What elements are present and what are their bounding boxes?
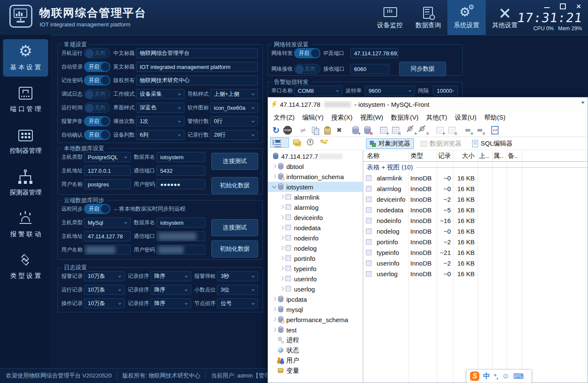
db-password-input[interactable]: ●●●●●● bbox=[156, 179, 205, 189]
sogou-logo-icon[interactable]: S bbox=[470, 372, 479, 381]
alarm-sound-toggle[interactable]: 开启 bbox=[84, 116, 110, 126]
init-data-button[interactable]: 初始化数据 bbox=[211, 177, 258, 194]
db-name-input[interactable]: iotsystem bbox=[156, 152, 205, 162]
expand-arrow-icon[interactable] bbox=[279, 286, 285, 292]
expand-arrow-icon[interactable] bbox=[271, 296, 277, 302]
runtime-toggle[interactable]: 关闭 bbox=[84, 103, 110, 113]
cloud-db-type-select[interactable]: MySql bbox=[84, 217, 131, 228]
record-sort-select[interactable]: 降序 bbox=[150, 298, 191, 309]
expand-arrow-icon[interactable] bbox=[271, 327, 277, 333]
mysql-title-bar[interactable]: 47.114.127.78 - iotsystem - MySQL-Front bbox=[268, 97, 588, 111]
add-foreignkey-icon[interactable] bbox=[463, 126, 473, 135]
tree-item[interactable]: 进程 bbox=[268, 335, 363, 345]
alarm-records-select[interactable]: 10万条 bbox=[84, 271, 125, 281]
cloud-user-input[interactable] bbox=[84, 245, 131, 255]
expand-arrow-icon[interactable] bbox=[279, 214, 285, 220]
db-port-input[interactable]: 5432 bbox=[156, 166, 205, 176]
table-row[interactable]: userlog InnoDB ~0 16 KB bbox=[363, 269, 588, 279]
column-header[interactable]: 上.. bbox=[478, 152, 492, 160]
remote-sync-toggle[interactable]: 开启 bbox=[84, 204, 110, 214]
tree-item[interactable]: nodelog bbox=[268, 243, 363, 253]
tree-item[interactable]: portinfo bbox=[268, 253, 363, 263]
tree-item[interactable]: ipcdata bbox=[268, 294, 363, 304]
tree-item[interactable]: dbtool bbox=[268, 161, 363, 171]
copy-icon[interactable] bbox=[311, 126, 320, 135]
menu-item[interactable]: 其他(T) bbox=[422, 114, 451, 122]
app-icon-select[interactable]: icon_0xe60a bbox=[210, 103, 258, 113]
delete-icon[interactable] bbox=[334, 126, 344, 135]
debug-log-toggle[interactable]: 关闭 bbox=[84, 89, 110, 99]
keyboard-icon[interactable] bbox=[513, 372, 524, 381]
table-row[interactable]: nodedata InnoDB ~5 16 KB bbox=[363, 205, 588, 215]
receive-port-input[interactable]: 6060 bbox=[350, 64, 389, 74]
chinese-title-input[interactable]: 物联网综合管理平台 bbox=[136, 48, 258, 58]
sidebar-basic-settings[interactable]: 基 本 设 置 bbox=[3, 39, 48, 77]
interval-select[interactable]: 10000 bbox=[433, 86, 458, 96]
add-index-icon[interactable] bbox=[407, 126, 416, 135]
tree-item[interactable]: nodeinfo bbox=[268, 233, 363, 243]
db-user-input[interactable]: postgres bbox=[84, 179, 131, 189]
nav-data-query[interactable]: 数据查询 bbox=[409, 0, 447, 35]
boot-run-toggle[interactable]: 关闭 bbox=[84, 48, 110, 58]
tree-item[interactable]: information_schema bbox=[268, 171, 363, 182]
clock-icon[interactable] bbox=[306, 138, 315, 147]
table-header-row[interactable]: 名称 类型 记录 大小 上.. 属.. 备.. bbox=[363, 150, 588, 162]
menu-item[interactable]: 编辑(Y) bbox=[298, 114, 327, 122]
table-row[interactable]: alarmlink InnoDB ~0 16 KB bbox=[363, 173, 588, 183]
db-type-select[interactable]: PostgreSQL bbox=[84, 152, 131, 162]
record-rows-select[interactable]: 28行 bbox=[210, 130, 258, 140]
nav-device-monitor[interactable]: 设备监控 bbox=[371, 0, 409, 35]
tab-object-browser[interactable]: 对象浏览器 bbox=[366, 138, 414, 149]
menu-item[interactable]: 视图(W) bbox=[356, 114, 387, 122]
sidebar-type-settings[interactable]: 类 型 设 置 bbox=[3, 248, 48, 285]
menu-item[interactable]: 数据库(V) bbox=[387, 114, 422, 122]
tree-item[interactable]: userlog bbox=[268, 284, 363, 294]
drop-database-icon[interactable] bbox=[363, 126, 372, 135]
cloud-host-input[interactable]: 47.114.127.78 bbox=[84, 231, 131, 241]
ui-style-select[interactable]: 深蓝色 bbox=[136, 103, 184, 113]
run-records-select[interactable]: 10万条 bbox=[84, 285, 125, 295]
device-columns-select[interactable]: 6列 bbox=[136, 130, 184, 140]
tree-item[interactable]: nodedata bbox=[268, 223, 363, 233]
table-row[interactable]: alarmlog InnoDB ~0 16 KB bbox=[363, 183, 588, 194]
add-database-icon[interactable] bbox=[351, 126, 360, 135]
net-receive-toggle[interactable]: 关闭 bbox=[294, 64, 320, 74]
english-title-input[interactable]: IOT integrated management platform bbox=[136, 62, 258, 72]
op-records-select[interactable]: 10万条 bbox=[84, 298, 125, 309]
db-host-input[interactable]: 127.0.0.1 bbox=[84, 166, 131, 176]
expand-arrow-icon[interactable] bbox=[279, 194, 285, 200]
auto-confirm-toggle[interactable]: 开启 bbox=[84, 130, 110, 140]
tab-data-browser[interactable]: 数据浏览器 bbox=[417, 138, 465, 149]
connect-test-button[interactable]: 连接测试 bbox=[211, 153, 258, 170]
ime-language-toggle[interactable]: 中 bbox=[483, 372, 490, 381]
menu-item[interactable]: 搜索(X) bbox=[327, 114, 356, 122]
drop-foreignkey-icon[interactable] bbox=[475, 126, 484, 135]
expand-arrow-icon[interactable] bbox=[279, 255, 285, 261]
net-forward-toggle[interactable]: 开启 bbox=[294, 48, 320, 58]
minimize-icon[interactable] bbox=[544, 7, 550, 9]
tree-item[interactable]: alarmlink bbox=[268, 192, 363, 202]
sync-data-button[interactable]: 同步数据 bbox=[399, 62, 446, 76]
drop-field-icon[interactable] bbox=[447, 126, 456, 135]
play-count-select[interactable]: 1次 bbox=[136, 116, 184, 126]
table-row[interactable]: portinfo InnoDB ~2 16 KB bbox=[363, 237, 588, 247]
cut-icon[interactable] bbox=[299, 126, 308, 135]
column-header[interactable]: 属.. bbox=[492, 152, 507, 160]
cloud-init-data-button[interactable]: 初始化数据 bbox=[211, 240, 258, 257]
tree-item[interactable]: performance_schema bbox=[268, 314, 363, 325]
table-row[interactable]: deviceinfo InnoDB ~2 16 KB bbox=[363, 194, 588, 205]
sidebar-controller-management[interactable]: 控制器管理 bbox=[3, 123, 48, 160]
serial-port-select[interactable]: COM8 bbox=[294, 86, 343, 96]
drop-table-icon[interactable] bbox=[391, 126, 400, 135]
tree-root[interactable]: 47.114.127.7 bbox=[268, 151, 363, 161]
tree-item[interactable]: 状态 bbox=[268, 345, 363, 355]
tree-item[interactable]: alarmlog bbox=[268, 202, 363, 212]
close-icon[interactable]: ✕ bbox=[576, 3, 581, 9]
tree-item[interactable]: userinfo bbox=[268, 274, 363, 284]
menu-item[interactable]: 帮助(S) bbox=[480, 114, 509, 122]
maximize-icon[interactable] bbox=[560, 3, 566, 9]
tree-item[interactable]: mysql bbox=[268, 304, 363, 314]
paste-icon[interactable] bbox=[323, 126, 332, 135]
table-row[interactable]: typeinfo InnoDB ~21 16 KB bbox=[363, 247, 588, 258]
cloud-connect-test-button[interactable]: 连接测试 bbox=[211, 219, 258, 236]
